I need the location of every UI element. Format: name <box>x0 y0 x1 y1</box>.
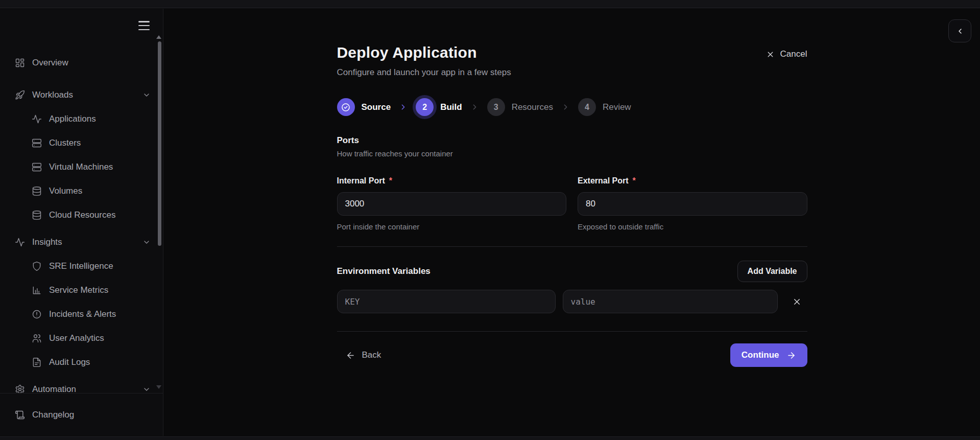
step-source-circle <box>337 98 355 116</box>
database-icon <box>32 186 42 196</box>
sidebar-item-label: Changelog <box>32 410 74 420</box>
chevron-right-icon <box>399 103 408 111</box>
step-label: Resources <box>512 102 553 112</box>
step-resources-circle: 3 <box>487 98 505 116</box>
step-build[interactable]: 2 Build <box>416 98 462 116</box>
sidebar-item-applications[interactable]: Applications <box>0 107 163 131</box>
users-icon <box>32 333 42 343</box>
sidebar-item-label: Applications <box>49 114 96 124</box>
step-source[interactable]: Source <box>337 98 391 116</box>
external-port-label: External Port* <box>578 176 807 186</box>
close-icon <box>766 50 775 59</box>
top-chrome-strip <box>0 0 980 8</box>
external-port-input[interactable] <box>578 192 807 216</box>
sidebar-item-label: Overview <box>32 58 68 68</box>
wizard-stepper: Source 2 Build 3 Resources <box>337 98 807 116</box>
env-variable-row <box>337 290 807 313</box>
activity-icon <box>15 237 25 247</box>
main-panel: Deploy Application Configure and launch … <box>164 9 980 436</box>
continue-button[interactable]: Continue <box>730 343 807 367</box>
sidebar-item-service-metrics[interactable]: Service Metrics <box>0 278 163 302</box>
collapse-panel-button[interactable] <box>948 19 971 42</box>
check-circle-icon <box>341 102 351 112</box>
sidebar-item-label: Incidents & Alerts <box>49 309 116 319</box>
scrollbar-thumb[interactable] <box>158 41 161 246</box>
env-value-input[interactable] <box>563 290 778 313</box>
scrollbar-down-arrow[interactable] <box>156 385 161 389</box>
sidebar-item-cloud-resources[interactable]: Cloud Resources <box>0 203 163 227</box>
section-divider <box>337 246 807 247</box>
arrow-right-icon <box>786 351 796 360</box>
sidebar-item-virtual-machines[interactable]: Virtual Machines <box>0 155 163 179</box>
server-icon <box>32 162 42 172</box>
chevron-right-icon <box>470 103 479 111</box>
deploy-wizard: Deploy Application Configure and launch … <box>337 9 807 367</box>
sidebar-item-label: User Analytics <box>49 333 104 343</box>
sidebar-item-clusters[interactable]: Clusters <box>0 131 163 155</box>
sidebar-item-label: Audit Logs <box>49 357 90 367</box>
step-build-circle: 2 <box>416 98 434 116</box>
sidebar-item-insights[interactable]: Insights <box>0 230 163 254</box>
back-button[interactable]: Back <box>337 350 381 360</box>
internal-port-label: Internal Port* <box>337 176 567 186</box>
scroll-icon <box>15 410 25 420</box>
bottom-chrome-strip <box>0 436 980 440</box>
sidebar-item-label: Automation <box>32 384 76 393</box>
rocket-icon <box>15 90 25 100</box>
scrollbar-up-arrow[interactable] <box>156 35 161 39</box>
shield-icon <box>32 261 42 271</box>
alert-circle-icon <box>32 309 42 319</box>
add-variable-button[interactable]: Add Variable <box>737 261 807 282</box>
sidebar-nav: Overview Workloads Applications Clusters <box>0 44 163 393</box>
chevron-down-icon <box>142 385 151 393</box>
sidebar: Overview Workloads Applications Clusters <box>0 9 163 436</box>
server-icon <box>32 138 42 148</box>
close-icon <box>792 297 802 307</box>
sidebar-item-label: Volumes <box>49 186 82 196</box>
sidebar-item-label: Clusters <box>49 138 81 148</box>
external-port-helper: Exposed to outside traffic <box>578 222 807 231</box>
step-label: Build <box>440 102 462 112</box>
required-asterisk: * <box>389 176 392 185</box>
sidebar-item-workloads[interactable]: Workloads <box>0 83 163 107</box>
sidebar-item-label: Workloads <box>32 90 73 100</box>
required-asterisk: * <box>633 176 636 185</box>
database-icon <box>32 210 42 220</box>
chevron-right-icon <box>561 103 570 111</box>
env-key-input[interactable] <box>337 290 556 313</box>
chevron-left-icon <box>956 27 964 35</box>
step-label: Source <box>362 102 391 112</box>
remove-variable-button[interactable] <box>792 297 802 307</box>
sidebar-item-audit-logs[interactable]: Audit Logs <box>0 350 163 374</box>
dashboard-grid-icon <box>15 58 25 68</box>
cancel-button[interactable]: Cancel <box>766 49 807 59</box>
step-label: Review <box>603 102 631 112</box>
ports-section-description: How traffic reaches your container <box>337 149 807 158</box>
sidebar-item-user-analytics[interactable]: User Analytics <box>0 326 163 350</box>
sidebar-item-label: Virtual Machines <box>49 162 113 172</box>
external-port-field-group: External Port* Exposed to outside traffi… <box>578 176 807 231</box>
page-title: Deploy Application <box>337 44 511 61</box>
sidebar-item-label: Service Metrics <box>49 285 108 295</box>
sidebar-footer: Changelog <box>0 393 163 436</box>
section-divider <box>337 331 807 332</box>
internal-port-field-group: Internal Port* Port inside the container <box>337 176 567 231</box>
step-resources[interactable]: 3 Resources <box>487 98 553 116</box>
sidebar-item-label: Cloud Resources <box>49 210 115 220</box>
activity-icon <box>32 114 42 124</box>
hamburger-menu-icon[interactable] <box>138 21 150 30</box>
sidebar-item-overview[interactable]: Overview <box>0 51 163 75</box>
sidebar-item-sre-intelligence[interactable]: SRE Intelligence <box>0 254 163 278</box>
ports-section-heading: Ports <box>337 135 807 146</box>
sidebar-item-volumes[interactable]: Volumes <box>0 179 163 203</box>
sidebar-item-changelog[interactable]: Changelog <box>15 410 74 420</box>
page-subtitle: Configure and launch your app in a few s… <box>337 67 511 78</box>
sidebar-item-automation[interactable]: Automation <box>0 377 163 393</box>
step-review-circle: 4 <box>578 98 596 116</box>
arrow-left-icon <box>346 351 355 360</box>
sidebar-item-incidents-alerts[interactable]: Incidents & Alerts <box>0 302 163 326</box>
chevron-down-icon <box>142 91 151 99</box>
step-review[interactable]: 4 Review <box>578 98 631 116</box>
internal-port-input[interactable] <box>337 192 567 216</box>
env-section-heading: Environment Variables <box>337 266 431 276</box>
